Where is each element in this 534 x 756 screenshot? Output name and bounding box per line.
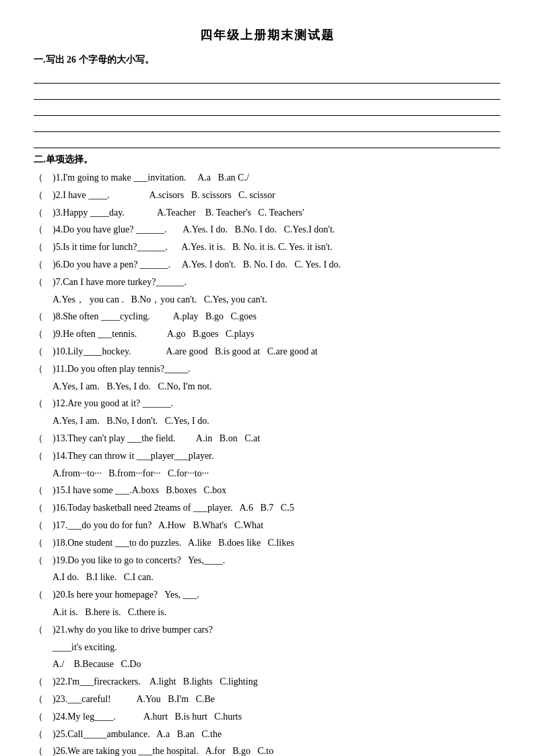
q24: （ )24.My leg____. A.hurt B.is hurt C.hur… xyxy=(34,709,500,725)
writing-line-2 xyxy=(34,85,500,100)
q5: （ )5.Is it time for lunch?______. A.Yes.… xyxy=(34,239,500,255)
q9: （ )9.He often ___tennis. A.go B.goes C.p… xyxy=(34,326,500,342)
q23: （ )23.___careful! A.You B.I'm C.Be xyxy=(34,691,500,707)
q21: （ )21.why do you like to drive bumper ca… xyxy=(34,622,500,638)
q26: （ )26.We are taking you ___the hospital.… xyxy=(34,743,500,756)
q15: （ )15.I have some ___.A.boxs B.boxes C.b… xyxy=(34,482,500,499)
writing-line-4 xyxy=(34,117,500,132)
q2: （ )2.I have ____. A.scisors B. scissors … xyxy=(34,187,500,203)
q16: （ )16.Today basketball need 2teams of __… xyxy=(34,500,500,516)
q25: （ )25.Call_____ambulance. A.a B.an C.the xyxy=(34,726,500,743)
section1-header: 一.写出 26 个字母的大小写。 xyxy=(34,54,500,66)
q7-options: A.Yes， you can . B.No，you can't. C.Yes, … xyxy=(34,292,500,308)
q6: （ )6.Do you have a pen? ______. A.Yes. I… xyxy=(34,257,500,273)
q17: （ )17.___do you do for fun? A.How B.What… xyxy=(34,517,500,534)
q14: （ )14.They can throw it ___player___play… xyxy=(34,448,500,464)
q4: （ )4.Do you have glue? ______. A.Yes. I … xyxy=(34,222,500,238)
section2-header: 二.单项选择。 xyxy=(34,154,500,166)
q11: （ )11.Do you often play tennis?_____. xyxy=(34,361,500,377)
q20-options: A.it is. B.here is. C.there is. xyxy=(34,604,500,621)
q3: （ )3.Happy ____day. A.Teacher B. Teacher… xyxy=(34,205,500,221)
page-title: 四年级上册期末测试题 xyxy=(34,27,500,43)
q8: （ )8.She often ____cycling. A.play B.go … xyxy=(34,309,500,325)
writing-line-1 xyxy=(34,69,500,84)
q14-options: A.from···to··· B.from···for··· C.for···t… xyxy=(34,466,500,482)
q11-options: A.Yes, I am. B.Yes, I do. C.No, I'm not. xyxy=(34,379,500,395)
q13: （ )13.They can't play ___the field. A.in… xyxy=(34,431,500,447)
q19-options: A.I do. B.I like. C.I can. xyxy=(34,569,500,586)
q20: （ )20.Is here your homepage? Yes, ___. xyxy=(34,587,500,603)
writing-line-3 xyxy=(34,101,500,116)
q22: （ )22.I'm___firecrackers. A.light B.ligh… xyxy=(34,674,500,690)
q21-sub: ____it's exciting. xyxy=(34,639,500,656)
q7: （ )7.Can I have more turkey?______. xyxy=(34,274,500,290)
q21-options: A./ B.Because C.Do xyxy=(34,656,500,672)
writing-line-5 xyxy=(34,133,500,148)
q18: （ )18.One student ___to do puzzles. A.li… xyxy=(34,535,500,551)
q10: （ )10.Lily____hockey. A.are good B.is go… xyxy=(34,344,500,360)
q1: （ )1.I'm going to make ___invitation. A.… xyxy=(34,170,500,186)
questions-list: （ )1.I'm going to make ___invitation. A.… xyxy=(34,170,500,756)
q19: （ )19.Do you like to go to concerts? Yes… xyxy=(34,553,500,569)
q12: （ )12.Are you good at it? ______. xyxy=(34,396,500,412)
writing-lines-area xyxy=(34,69,500,148)
q12-options: A.Yes, I am. B.No, I don't. C.Yes, I do. xyxy=(34,413,500,429)
